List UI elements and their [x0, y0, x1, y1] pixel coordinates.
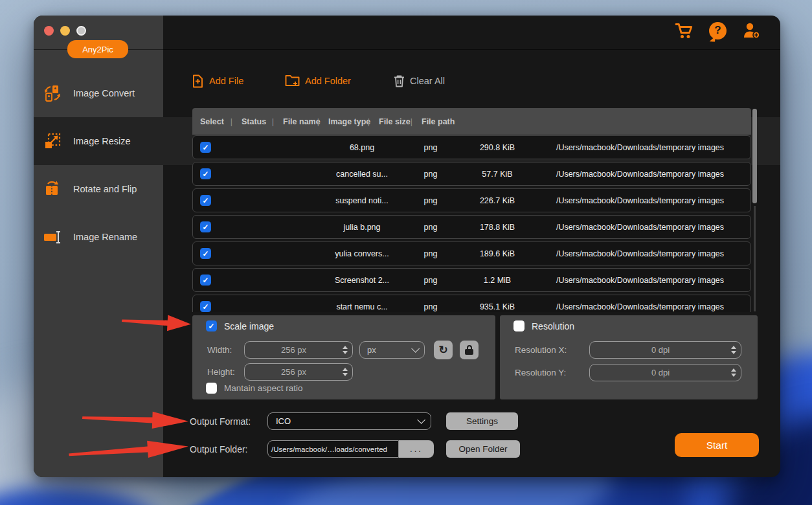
unit-dropdown[interactable]: px — [359, 341, 425, 359]
row-path: /Users/macbook/Downloads/temporary image… — [530, 196, 750, 205]
zoom-window-button[interactable] — [76, 26, 86, 36]
row-size: 935.1 KiB — [465, 302, 530, 311]
resolution-x-stepper[interactable] — [731, 346, 741, 354]
table-row[interactable]: julia b.png png 178.8 KiB /Users/macbook… — [192, 215, 751, 239]
chevron-down-icon — [411, 344, 420, 353]
width-label-row: Width: — [207, 341, 232, 359]
clear-all-button[interactable]: Clear All — [394, 71, 445, 91]
add-file-button[interactable]: Add File — [192, 71, 243, 91]
spinner-up-icon[interactable] — [343, 346, 348, 349]
app-logo-badge: Any2Pic — [67, 40, 128, 58]
open-folder-button[interactable]: Open Folder — [446, 440, 520, 458]
minimize-window-button[interactable] — [60, 26, 70, 36]
start-button[interactable]: Start — [675, 433, 759, 457]
sidebar-item-label: Image Resize — [73, 136, 131, 146]
row-checkbox[interactable] — [200, 248, 211, 259]
image-resize-icon — [43, 131, 62, 151]
height-stepper[interactable] — [343, 368, 352, 376]
scrollbar-thumb[interactable] — [752, 109, 757, 203]
row-size: 178.8 KiB — [465, 223, 530, 232]
resolution-x-label-row: Resolution X: — [515, 341, 567, 359]
output-folder-label: Output Folder: — [190, 440, 248, 458]
swap-dimensions-button[interactable]: ↻ — [434, 341, 453, 359]
table-row[interactable]: yulia convers... png 189.6 KiB /Users/ma… — [192, 241, 751, 265]
add-folder-button[interactable]: Add Folder — [285, 71, 351, 91]
resolution-y-stepper[interactable] — [731, 368, 741, 377]
header-select: Select — [192, 117, 234, 126]
image-rename-icon — [43, 227, 62, 247]
row-checkbox[interactable] — [200, 301, 211, 312]
resolution-y-label-row: Resolution Y: — [515, 364, 566, 381]
resolution-x-input[interactable]: 0 dpi — [589, 341, 741, 359]
header-file-size: File size — [371, 117, 414, 126]
close-window-button[interactable] — [44, 26, 54, 36]
spinner-down-icon[interactable] — [731, 351, 736, 354]
row-type: png — [396, 276, 465, 285]
scale-image-checkbox[interactable] — [206, 320, 217, 331]
output-format-value: ICO — [276, 416, 291, 426]
resolution-row: Resolution — [513, 320, 574, 331]
spinner-up-icon[interactable] — [731, 346, 736, 349]
row-name: cancelled su... — [328, 170, 396, 179]
unit-value: px — [367, 345, 376, 355]
output-format-dropdown[interactable]: ICO — [267, 412, 431, 430]
row-path: /Users/macbook/Downloads/temporary image… — [530, 143, 750, 152]
table-row[interactable]: cancelled su... png 57.7 KiB /Users/macb… — [192, 162, 751, 186]
row-select-cell — [193, 221, 219, 232]
browse-folder-button[interactable]: ... — [399, 440, 434, 458]
spinner-down-icon[interactable] — [343, 351, 348, 354]
header-file-path: File path — [414, 117, 751, 126]
resolution-checkbox[interactable] — [513, 320, 524, 331]
topbar-icons: ? — [675, 21, 761, 39]
height-label-row: Height: — [207, 363, 235, 381]
sidebar-item-label: Rotate and Flip — [73, 184, 137, 194]
rotate-flip-icon — [43, 179, 62, 199]
main-content: ? Add File Add Folder — [163, 16, 780, 477]
resolution-y-value: 0 dpi — [590, 368, 731, 377]
app-window: Any2Pic Image Convert Image Resiz — [34, 16, 780, 477]
width-stepper[interactable] — [343, 346, 352, 354]
scrollbar-track — [754, 206, 756, 311]
table-row[interactable]: suspend noti... png 226.7 KiB /Users/mac… — [192, 188, 751, 212]
lock-ratio-button[interactable] — [460, 341, 479, 359]
table-header: Select Status File name Image type File … — [192, 108, 751, 135]
output-folder-field[interactable]: /Users/macbook/…loads/converted — [267, 440, 399, 458]
row-size: 57.7 KiB — [465, 170, 530, 179]
row-checkbox[interactable] — [200, 168, 211, 179]
row-name: julia b.png — [328, 223, 396, 232]
row-type: png — [396, 143, 465, 152]
row-checkbox[interactable] — [200, 275, 211, 286]
add-file-label: Add File — [209, 76, 243, 86]
row-select-cell — [193, 301, 219, 312]
height-input[interactable]: 256 px — [244, 363, 353, 381]
sidebar-item-label: Image Rename — [73, 232, 137, 242]
width-input[interactable]: 256 px — [244, 341, 353, 359]
resolution-y-input[interactable]: 0 dpi — [589, 364, 741, 381]
image-convert-icon — [43, 84, 62, 103]
row-type: png — [396, 249, 465, 258]
table-row[interactable]: 68.png png 290.8 KiB /Users/macbook/Down… — [192, 135, 751, 159]
row-size: 1.2 MiB — [465, 276, 530, 285]
row-checkbox[interactable] — [200, 195, 211, 206]
table-scrollbar[interactable] — [752, 109, 757, 311]
row-checkbox[interactable] — [200, 221, 211, 232]
maintain-aspect-ratio-checkbox[interactable] — [206, 383, 217, 394]
settings-button[interactable]: Settings — [446, 412, 518, 430]
spinner-up-icon[interactable] — [731, 368, 736, 372]
help-icon[interactable]: ? — [709, 22, 727, 39]
header-file-name: File name — [275, 117, 321, 126]
height-label: Height: — [207, 367, 235, 377]
trash-icon — [394, 74, 405, 87]
add-folder-label: Add Folder — [305, 76, 351, 86]
row-checkbox[interactable] — [200, 142, 211, 153]
spinner-down-icon[interactable] — [343, 373, 348, 376]
cart-icon[interactable] — [675, 22, 694, 39]
row-path: /Users/macbook/Downloads/temporary image… — [530, 249, 750, 258]
add-user-icon[interactable] — [741, 21, 761, 39]
table-row[interactable]: Screenshot 2... png 1.2 MiB /Users/macbo… — [192, 268, 751, 292]
row-name: Screenshot 2... — [328, 276, 396, 285]
spinner-up-icon[interactable] — [343, 368, 348, 371]
table-row[interactable]: start nemu c... png 935.1 KiB /Users/mac… — [192, 295, 751, 312]
spinner-down-icon[interactable] — [731, 374, 736, 377]
row-path: /Users/macbook/Downloads/temporary image… — [530, 302, 750, 311]
